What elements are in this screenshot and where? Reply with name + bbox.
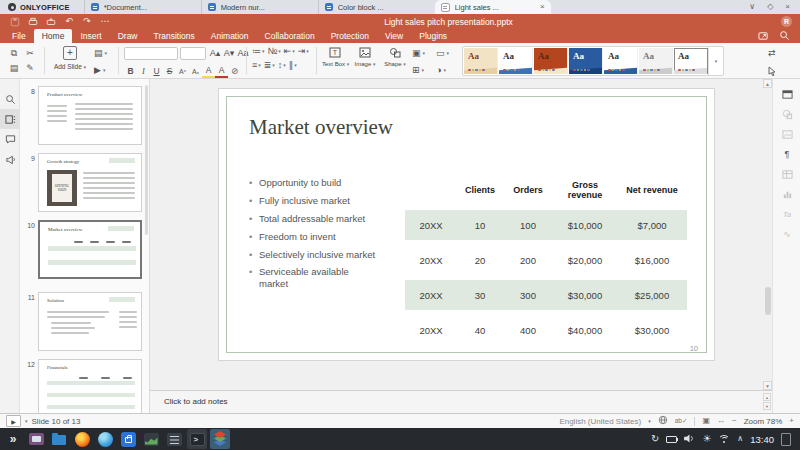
signature-settings-icon[interactable]: ∿ bbox=[780, 227, 794, 241]
theme-gallery-dropdown[interactable]: ▾ bbox=[708, 47, 723, 75]
taskbar-app-terminal[interactable] bbox=[187, 429, 207, 449]
theme-thumbnail-3[interactable]: Aa bbox=[534, 48, 568, 74]
redo-icon[interactable]: ↷ bbox=[80, 17, 94, 26]
notes-scroll-up[interactable]: ▲ bbox=[763, 393, 771, 401]
menu-tab-file[interactable]: File bbox=[4, 29, 34, 43]
save-icon[interactable] bbox=[8, 17, 22, 27]
text-box-button[interactable]: TText Box ▾ bbox=[322, 46, 348, 67]
table-row[interactable]: 20XX20200$20,000$16,000 bbox=[405, 245, 687, 275]
vertical-scrollbar-thumb[interactable] bbox=[765, 287, 771, 315]
menu-tab-animation[interactable]: Animation bbox=[203, 29, 257, 43]
sync-icon[interactable]: ↻ bbox=[651, 434, 659, 444]
print-icon[interactable] bbox=[26, 17, 40, 27]
theme-thumbnail-2[interactable]: Aa bbox=[499, 48, 533, 74]
line-spacing-icon[interactable]: ↕ bbox=[278, 61, 283, 70]
underline-icon[interactable]: U bbox=[150, 65, 163, 77]
table-cell[interactable]: $20,000 bbox=[553, 255, 617, 266]
browser-tab[interactable]: *Document... bbox=[84, 0, 201, 14]
comments-icon[interactable] bbox=[0, 129, 20, 149]
theme-thumbnail-4[interactable]: Aa bbox=[569, 48, 603, 74]
bullet-item[interactable]: Freedom to invent bbox=[249, 231, 379, 243]
table-cell[interactable]: 20XX bbox=[405, 290, 457, 301]
set-language-icon[interactable] bbox=[658, 415, 668, 427]
menu-tab-insert[interactable]: Insert bbox=[72, 29, 109, 43]
taskbar-app-media-app[interactable] bbox=[26, 429, 46, 449]
subscript-icon[interactable]: Aₓ bbox=[189, 65, 202, 77]
table-cell[interactable]: 20 bbox=[457, 255, 503, 266]
table-header-cell[interactable]: Net revenue bbox=[617, 185, 687, 195]
decrease-font-icon[interactable]: A▾ bbox=[222, 49, 236, 58]
menu-tab-view[interactable]: View bbox=[377, 29, 411, 43]
slide-settings-icon[interactable] bbox=[780, 87, 794, 101]
bullet-item[interactable]: Opportunity to build bbox=[249, 177, 379, 189]
table-cell[interactable]: $25,000 bbox=[617, 290, 687, 301]
scroll-down-button[interactable]: ▼ bbox=[763, 381, 772, 390]
table-cell[interactable]: $16,000 bbox=[617, 255, 687, 266]
theme-thumbnail-6[interactable]: Aa bbox=[639, 48, 673, 74]
fit-to-slide-icon[interactable]: ▣ bbox=[702, 417, 710, 425]
bullet-item[interactable]: Total addressable market bbox=[249, 213, 379, 225]
slideshow-dropdown-icon[interactable]: ▾ bbox=[25, 419, 28, 424]
language-selector[interactable]: English (United States) bbox=[559, 417, 641, 426]
select-tool-icon[interactable] bbox=[768, 66, 777, 76]
menu-tab-draw[interactable]: Draw bbox=[110, 29, 146, 43]
thumbnail-scrollbar[interactable] bbox=[145, 85, 148, 235]
battery-icon[interactable] bbox=[666, 436, 677, 443]
cut-icon[interactable]: ✂ bbox=[22, 46, 38, 61]
table-settings-icon[interactable] bbox=[780, 167, 794, 181]
menu-tab-protection[interactable]: Protection bbox=[323, 29, 377, 43]
undo-icon[interactable]: ↶ bbox=[62, 17, 76, 26]
horizontal-align-icon[interactable]: ≡ bbox=[252, 61, 257, 70]
table-cell[interactable]: 20XX bbox=[405, 325, 457, 336]
change-layout-icon[interactable]: ▤ bbox=[94, 49, 103, 58]
spellcheck-icon[interactable]: ab✓ bbox=[675, 418, 688, 425]
table-cell[interactable]: 300 bbox=[503, 290, 553, 301]
table-cell[interactable]: 30 bbox=[457, 290, 503, 301]
superscript-icon[interactable]: Aˣ bbox=[176, 65, 189, 77]
theme-thumbnail-7[interactable]: Aa bbox=[674, 48, 708, 74]
textart-settings-icon[interactable]: Ta bbox=[780, 207, 794, 221]
table-cell[interactable]: 400 bbox=[503, 325, 553, 336]
table-cell[interactable]: $40,000 bbox=[553, 325, 617, 336]
taskbar-app-app-store[interactable] bbox=[118, 429, 138, 449]
taskbar-app-file-manager[interactable] bbox=[49, 429, 69, 449]
numbered-list-icon[interactable]: № bbox=[268, 47, 278, 56]
paste-icon[interactable]: ▤ bbox=[6, 61, 22, 76]
insert-columns-icon[interactable]: ∥ bbox=[289, 61, 294, 70]
bold-icon[interactable]: B bbox=[124, 65, 137, 77]
chart-settings-icon[interactable] bbox=[780, 187, 794, 201]
table-cell[interactable]: 20XX bbox=[405, 220, 457, 231]
table-cell[interactable]: $7,000 bbox=[617, 220, 687, 231]
zoom-in-button[interactable]: + bbox=[789, 417, 794, 425]
taskbar-app-settings[interactable] bbox=[164, 429, 184, 449]
taskbar-app-firefox[interactable] bbox=[72, 429, 92, 449]
maximize-icon[interactable]: ◇ bbox=[767, 3, 773, 11]
table-cell[interactable]: 200 bbox=[503, 255, 553, 266]
bullet-item[interactable]: Selectively inclusive market bbox=[249, 249, 379, 261]
find-icon[interactable] bbox=[0, 89, 20, 109]
start-slideshow-button[interactable]: ▶ bbox=[6, 415, 21, 427]
table-cell[interactable]: 100 bbox=[503, 220, 553, 231]
table-header-cell[interactable]: Orders bbox=[503, 185, 553, 195]
notes-scroll-down[interactable]: ▼ bbox=[763, 402, 771, 410]
slide-thumbnail-11[interactable]: Solution bbox=[38, 292, 142, 351]
paragraph-settings-icon[interactable]: ¶ bbox=[780, 147, 794, 161]
font-name-input[interactable] bbox=[124, 47, 178, 60]
volume-icon[interactable] bbox=[684, 434, 695, 445]
bullet-item[interactable]: Serviceable available market bbox=[249, 266, 379, 290]
image-button[interactable]: Image ▾ bbox=[352, 46, 378, 67]
slide-thumbnail-8[interactable]: Product overview bbox=[38, 86, 142, 145]
browser-tab[interactable]: Light sales ...× bbox=[435, 0, 551, 14]
browser-tab-onlyoffice[interactable]: ONLYOFFICE bbox=[0, 0, 84, 14]
theme-thumbnail-1[interactable]: Aa bbox=[464, 48, 498, 74]
show-desktop-button[interactable] bbox=[781, 433, 791, 446]
notes-area[interactable]: Click to add notes ▲ ▼ bbox=[150, 390, 772, 413]
italic-icon[interactable]: I bbox=[137, 65, 150, 77]
taskbar-app-system-monitor[interactable] bbox=[141, 429, 161, 449]
image-settings-icon[interactable] bbox=[780, 127, 794, 141]
menu-tab-collaboration[interactable]: Collaboration bbox=[257, 29, 323, 43]
bullet-list-icon[interactable]: ≔ bbox=[252, 47, 261, 56]
taskbar-app-web-browser[interactable] bbox=[95, 429, 115, 449]
close-icon[interactable]: × bbox=[785, 3, 790, 11]
table-row[interactable]: 20XX40400$40,000$30,000 bbox=[405, 315, 687, 345]
